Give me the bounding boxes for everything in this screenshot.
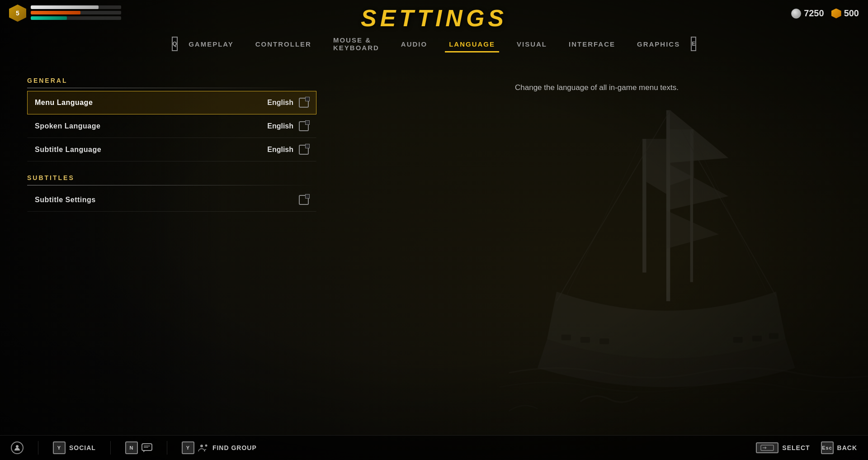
spoken-language-value-group: English [267, 121, 309, 131]
subtitle-language-value: English [267, 146, 293, 154]
nav-right-bracket[interactable]: E [691, 37, 696, 51]
nav-tabs: Q GAMEPLAY CONTROLLER MOUSE & KEYBOARD A… [185, 33, 683, 55]
social-key: Y [53, 441, 66, 454]
tab-controller[interactable]: CONTROLLER [245, 37, 322, 52]
silver-amount: 7250 [804, 8, 824, 19]
nav-left-bracket[interactable]: Q [172, 37, 178, 51]
settings-panel: GENERAL Menu Language English Spoken Lan… [0, 63, 326, 433]
stamina-bar-row [31, 16, 121, 20]
tab-language[interactable]: LANGUAGE [438, 37, 506, 52]
spoken-language-label: Spoken Language [35, 122, 100, 130]
subtitle-settings-value-group [299, 195, 309, 205]
find-group-label: FIND GROUP [212, 444, 257, 451]
tab-graphics[interactable]: GRAPHICS [626, 37, 691, 52]
player-bars [31, 5, 121, 20]
find-group-key: Y [182, 441, 194, 454]
menu-language-value: English [267, 99, 293, 107]
divider-3 [167, 441, 167, 455]
subtitle-settings-row[interactable]: Subtitle Settings [27, 188, 316, 212]
select-key [756, 442, 778, 453]
general-section-label: GENERAL [27, 77, 298, 84]
gold-currency: 500 [831, 8, 859, 19]
subtitle-language-value-group: English [267, 145, 309, 155]
menu-language-label: Menu Language [35, 99, 93, 107]
description-panel: Change the language of all in-game menu … [326, 63, 868, 433]
back-label: BACK [837, 444, 857, 451]
stamina-bar-fill [31, 16, 67, 20]
bottom-bar: Y SOCIAL N Y FIND [0, 435, 868, 460]
health-bar-fill [31, 11, 80, 14]
top-bar: 5 SETTINGS 7250 500 [0, 0, 868, 32]
select-label: SELECT [782, 444, 810, 451]
menu-language-icon [299, 98, 309, 108]
spoken-language-row[interactable]: Spoken Language English [27, 114, 316, 138]
tab-visual[interactable]: VISUAL [506, 37, 558, 52]
subtitle-settings-label: Subtitle Settings [35, 196, 96, 204]
chat-icon [142, 443, 152, 452]
back-action[interactable]: Esc BACK [821, 441, 857, 454]
tab-audio[interactable]: AUDIO [390, 37, 438, 52]
tab-interface[interactable]: INTERFACE [558, 37, 626, 52]
chat-action[interactable]: N [125, 441, 152, 454]
svg-marker-27 [765, 446, 767, 449]
bottom-left-actions: Y SOCIAL N Y FIND [11, 441, 756, 455]
divider-2 [110, 441, 111, 455]
spoken-language-icon [299, 121, 309, 131]
subtitle-settings-icon [299, 195, 309, 205]
svg-marker-22 [143, 451, 146, 452]
divider-1 [38, 441, 38, 455]
silver-currency: 7250 [791, 8, 824, 19]
find-group-action[interactable]: Y FIND GROUP [182, 441, 257, 454]
player-avatar-icon [11, 441, 24, 454]
tab-mouse-keyboard[interactable]: MOUSE & KEYBOARD [322, 33, 390, 55]
menu-language-value-group: English [267, 98, 309, 108]
player-level-badge: 5 [9, 5, 26, 22]
subtitle-language-icon [299, 145, 309, 155]
bottom-right-actions: SELECT Esc BACK [756, 441, 857, 454]
tab-gameplay[interactable]: GAMEPLAY [178, 37, 245, 52]
currency-display: 7250 500 [791, 8, 859, 19]
subtitle-language-label: Subtitle Language [35, 146, 101, 154]
select-action: SELECT [756, 442, 810, 453]
silver-coin-icon [791, 9, 801, 19]
subtitles-section-label: SUBTITLES [27, 174, 298, 181]
subtitle-language-row[interactable]: Subtitle Language English [27, 138, 316, 161]
subtitles-section-divider [27, 185, 316, 185]
content-area: GENERAL Menu Language English Spoken Lan… [0, 63, 868, 433]
find-group-icon [198, 443, 209, 452]
health-bar-row [31, 11, 121, 14]
xp-bar-row [31, 5, 121, 9]
general-section-divider [27, 88, 316, 88]
gold-coin-icon [831, 9, 841, 19]
gold-amount: 500 [844, 8, 859, 19]
social-label: SOCIAL [69, 444, 96, 451]
menu-language-row[interactable]: Menu Language English [27, 91, 316, 114]
health-bar-track [31, 11, 121, 14]
svg-point-18 [16, 445, 19, 448]
social-action[interactable]: Y SOCIAL [53, 441, 96, 454]
svg-point-23 [200, 445, 203, 447]
xp-bar-track [31, 5, 121, 9]
svg-point-24 [205, 445, 207, 447]
description-text: Change the language of all in-game menu … [515, 81, 679, 94]
spoken-language-value: English [267, 122, 293, 130]
back-key: Esc [821, 441, 834, 454]
stamina-bar-track [31, 16, 121, 20]
page-title: SETTINGS [361, 5, 507, 32]
chat-key: N [125, 441, 138, 454]
xp-bar-fill [31, 5, 99, 9]
